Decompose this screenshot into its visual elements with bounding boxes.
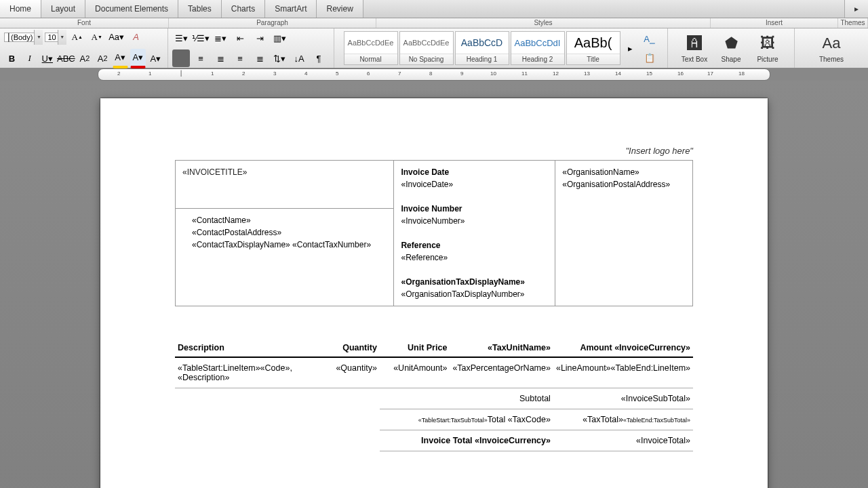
align-right-button[interactable]: ≡	[231, 49, 249, 67]
strikethrough-button[interactable]: ABC	[57, 49, 75, 67]
section-paragraph-label: Paragraph	[169, 18, 376, 28]
insert-group: 🅰Text Box ⬟Shape 🖼Picture	[668, 28, 795, 68]
insert-picture-button[interactable]: 🖼Picture	[749, 31, 786, 65]
horizontal-ruler[interactable]: 2 1 ⎮ 1 2 3 4 5 6 7 8 9 10 11 12 13 14 1…	[98, 68, 770, 81]
ribbon: ⎮(Body)▼ 10▼ A▲ A▼ Aa▾ A B I U▾ ABC A2 A…	[0, 28, 868, 68]
paragraph-group: ☰▾ ⅟☰▾ ≣▾ ⇤ ⇥ ▥▾ ▬ ≡ ≣ ≡ ≣ ⇅▾ ↓A ¶	[168, 28, 334, 68]
clear-formatting-button[interactable]: A	[127, 28, 145, 46]
shrink-font-button[interactable]: A▼	[88, 28, 106, 46]
style-normal[interactable]: AaBbCcDdEeNormal	[344, 31, 398, 65]
tax-row: «TableStart:TaxSubTotal»Total «TaxCode» …	[175, 409, 693, 430]
align-left-button[interactable]: ≡	[192, 49, 210, 67]
bullets-button[interactable]: ☰▾	[172, 29, 190, 47]
show-hide-button[interactable]: ¶	[310, 49, 328, 67]
col-unitprice: Unit Price	[380, 339, 450, 357]
col-quantity: Quantity	[321, 339, 379, 357]
invoice-meta-cell: Invoice Date «InvoiceDate» Invoice Numbe…	[394, 161, 555, 306]
textbox-icon: 🅰	[684, 33, 705, 54]
tab-layout[interactable]: Layout	[41, 0, 85, 18]
subtotal-row: Subtotal «InvoiceSubTotal»	[175, 388, 693, 409]
multilevel-list-button[interactable]: ≣▾	[212, 29, 229, 47]
col-tax: «TaxUnitName»	[450, 339, 553, 357]
styles-more-button[interactable]: ▸	[622, 39, 639, 57]
col-amount: Amount «InvoiceCurrency»	[553, 339, 693, 357]
columns-icon[interactable]: ▥▾	[271, 29, 288, 47]
change-styles-button[interactable]: A⎯	[641, 30, 658, 47]
tab-expand[interactable]: ▸	[844, 0, 868, 18]
shape-icon: ⬟	[720, 33, 742, 54]
contact-cell: «ContactName» «ContactPostalAddress» «Co…	[176, 208, 394, 306]
picture-icon: 🖼	[757, 33, 778, 54]
ribbon-section-labels: Font Paragraph Styles Insert Themes	[0, 18, 868, 28]
organisation-cell: «OrganisationName» «OrganisationPostalAd…	[555, 161, 693, 306]
line-spacing-button[interactable]: ⇅▾	[271, 49, 288, 67]
chevron-down-icon[interactable]: ▼	[34, 30, 43, 45]
font-group: ⎮(Body)▼ 10▼ A▲ A▼ Aa▾ A B I U▾ ABC A2 A…	[0, 28, 168, 68]
styles-pane-button[interactable]: 📋	[641, 49, 658, 66]
document-workspace[interactable]: "Insert logo here" «INVOICETITLE» Invoic…	[0, 81, 868, 488]
decrease-indent-button[interactable]: ⇤	[231, 29, 249, 47]
insert-shape-button[interactable]: ⬟Shape	[713, 31, 749, 65]
header-table: «INVOICETITLE» Invoice Date «InvoiceDate…	[175, 160, 693, 306]
section-insert-label: Insert	[711, 18, 838, 28]
bold-button[interactable]: B	[4, 49, 20, 67]
tab-home[interactable]: Home	[0, 0, 41, 18]
section-styles-label: Styles	[376, 18, 711, 28]
section-font-label: Font	[0, 18, 169, 28]
italic-button[interactable]: I	[22, 49, 37, 67]
invoice-title: «INVOICETITLE»	[176, 161, 394, 209]
logo-placeholder: "Insert logo here"	[175, 146, 693, 156]
col-description: Description	[175, 339, 321, 357]
styles-group: AaBbCcDdEeNormal AaBbCcDdEeNo Spacing Aa…	[334, 28, 668, 68]
style-heading2[interactable]: AaBbCcDdIHeading 2	[511, 31, 565, 65]
align-center-button[interactable]: ≣	[212, 49, 229, 67]
style-no-spacing[interactable]: AaBbCcDdEeNo Spacing	[399, 31, 454, 65]
chevron-down-icon[interactable]: ▼	[58, 30, 66, 45]
themes-icon: Aa	[821, 33, 842, 54]
page: "Insert logo here" «INVOICETITLE» Invoic…	[100, 98, 768, 488]
superscript-button[interactable]: A2	[77, 49, 92, 67]
justify-button[interactable]: ≣	[251, 49, 269, 67]
total-row: Invoice Total «InvoiceCurrency» «Invoice…	[175, 430, 693, 451]
text-effects-button[interactable]: A▾	[148, 49, 163, 67]
subscript-button[interactable]: A2	[95, 49, 111, 67]
table-row: «TableStart:LineItem»«Code», «Descriptio…	[175, 357, 693, 388]
underline-button[interactable]: U▾	[39, 49, 55, 67]
section-themes-label: Themes	[838, 18, 868, 28]
themes-button[interactable]: AaThemes	[813, 31, 850, 65]
numbering-button[interactable]: ⅟☰▾	[192, 29, 210, 47]
tab-smartart[interactable]: SmartArt	[265, 0, 317, 18]
themes-group: AaThemes	[795, 28, 868, 68]
tab-tables[interactable]: Tables	[178, 0, 222, 18]
font-color-button[interactable]: A▾	[130, 49, 146, 68]
change-case-button[interactable]: Aa▾	[108, 28, 125, 46]
tab-document-elements[interactable]: Document Elements	[85, 0, 178, 18]
ruler-wrap: 2 1 ⎮ 1 2 3 4 5 6 7 8 9 10 11 12 13 14 1…	[0, 68, 868, 81]
line-items-table: Description Quantity Unit Price «TaxUnit…	[175, 339, 693, 451]
highlight-button[interactable]: A▾	[113, 49, 128, 68]
grow-font-button[interactable]: A▲	[68, 28, 86, 46]
sort-button[interactable]: ↓A	[290, 49, 308, 67]
increase-indent-button[interactable]: ⇥	[251, 29, 269, 47]
style-heading1[interactable]: AaBbCcDHeading 1	[455, 31, 509, 65]
tab-charts[interactable]: Charts	[222, 0, 265, 18]
tab-review[interactable]: Review	[317, 0, 363, 18]
insert-textbox-button[interactable]: 🅰Text Box	[676, 31, 713, 65]
shading-button[interactable]: ▬	[172, 49, 190, 67]
ribbon-tabs: Home Layout Document Elements Tables Cha…	[0, 0, 868, 18]
style-title[interactable]: AaBb(Title	[566, 31, 620, 65]
